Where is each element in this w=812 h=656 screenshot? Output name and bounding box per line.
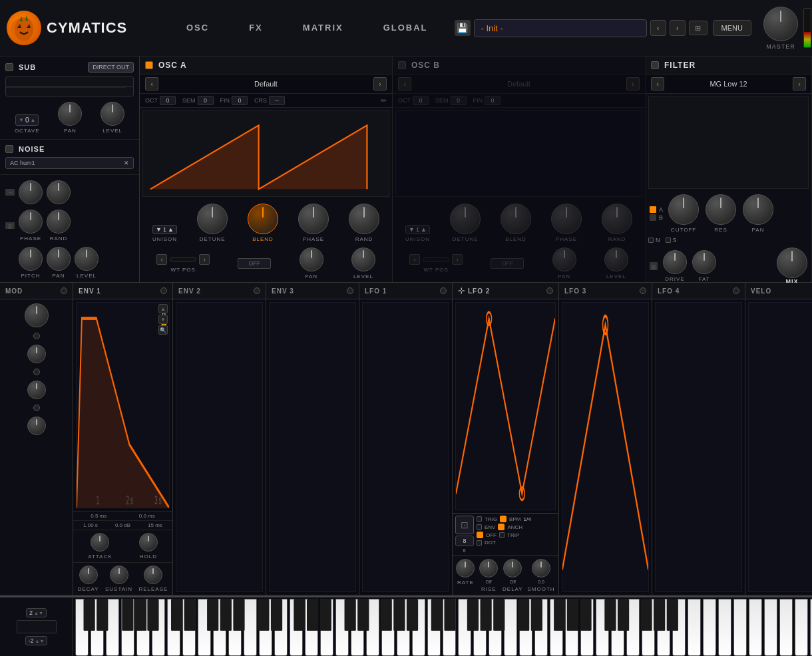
sustain-knob[interactable]	[110, 566, 128, 584]
filter-s-chk[interactable]	[666, 238, 671, 243]
lfo2-pattern-btn[interactable]: ⊡	[455, 516, 474, 534]
pan-knob[interactable]	[47, 247, 71, 271]
preset-dropdown[interactable]: - Init -	[474, 19, 647, 37]
white-key[interactable]	[779, 599, 793, 656]
filter-n-chk[interactable]	[648, 238, 654, 243]
wt-track-b[interactable]	[423, 257, 449, 261]
white-key[interactable]	[335, 599, 349, 656]
mod-arrow-icon[interactable]: →	[5, 189, 15, 196]
osc-a-next[interactable]: ›	[373, 77, 387, 90]
white-key[interactable]	[412, 599, 425, 656]
level-bottom-knob-b[interactable]	[604, 247, 628, 271]
pan-bottom-knob-b[interactable]	[552, 247, 576, 271]
release-knob[interactable]	[144, 566, 162, 584]
octave-down[interactable]: ▼	[19, 117, 24, 123]
filter-led[interactable]	[651, 61, 659, 69]
white-key[interactable]	[688, 599, 701, 656]
scroll-up[interactable]: ▲	[158, 304, 168, 313]
blend-knob-b[interactable]	[501, 204, 531, 234]
save-icon[interactable]: 💾	[455, 20, 471, 36]
master-knob[interactable]	[763, 7, 798, 41]
white-key[interactable]	[290, 599, 303, 656]
white-key[interactable]	[703, 599, 716, 656]
sub-led[interactable]	[5, 63, 13, 71]
grid-val[interactable]: 8	[455, 536, 474, 546]
filter-a-btn[interactable]: A	[650, 206, 663, 213]
white-key[interactable]	[75, 599, 89, 656]
octave-up[interactable]: ▲	[31, 117, 36, 123]
mod-knob-c[interactable]	[27, 381, 46, 399]
rand-knob-b[interactable]	[602, 204, 632, 234]
white-key[interactable]	[764, 599, 777, 656]
sub-level-knob[interactable]	[101, 102, 124, 126]
mix-knob[interactable]	[777, 247, 807, 278]
filter-n-option[interactable]: N	[648, 237, 660, 244]
white-key[interactable]	[443, 599, 456, 656]
unison-ctrl-b[interactable]: ▼ 1 ▲	[405, 225, 430, 234]
white-key[interactable]	[580, 599, 594, 656]
white-key[interactable]	[397, 599, 410, 656]
smooth-knob[interactable]	[532, 559, 550, 577]
wt-track-a[interactable]	[170, 257, 196, 261]
white-key[interactable]	[565, 599, 578, 656]
white-key[interactable]	[136, 599, 150, 656]
blend-knob-a[interactable]	[248, 204, 278, 234]
move-icon[interactable]: ⊹	[458, 286, 465, 295]
mod-bars-icon[interactable]: |||	[5, 222, 15, 229]
white-key[interactable]	[657, 599, 670, 656]
osc-a-edit-icon[interactable]: ✏	[381, 96, 387, 105]
sub-pan-knob[interactable]	[58, 102, 82, 126]
white-key[interactable]	[366, 599, 379, 656]
osc-b-next[interactable]: ›	[626, 77, 640, 90]
white-key[interactable]	[259, 599, 272, 656]
filter-next[interactable]: ›	[793, 77, 806, 90]
white-key[interactable]	[458, 599, 471, 656]
white-key[interactable]	[274, 599, 288, 656]
sem-val-b[interactable]: 0	[451, 96, 467, 105]
wt-prev-b[interactable]: ‹	[409, 254, 420, 265]
pitch-down-arrows[interactable]: ▲▼	[35, 639, 45, 643]
rise-knob[interactable]	[479, 559, 498, 577]
filter-s-option[interactable]: S	[666, 237, 677, 244]
white-key[interactable]	[795, 599, 808, 656]
phase-knob[interactable]	[19, 210, 43, 234]
preset-grid-icon[interactable]: ⊞	[689, 21, 708, 35]
white-key[interactable]	[213, 599, 226, 656]
filter-bars-icon[interactable]: |||	[650, 262, 658, 270]
tab-matrix[interactable]: MATRIX	[283, 17, 363, 39]
rate-knob[interactable]	[456, 559, 475, 577]
oct-val[interactable]: 0	[160, 96, 176, 105]
decay-knob[interactable]	[79, 566, 98, 584]
delay-knob[interactable]	[503, 559, 522, 577]
white-key[interactable]	[596, 599, 609, 656]
white-key[interactable]	[489, 599, 502, 656]
osc-b-prev[interactable]: ‹	[398, 77, 411, 90]
mod-knob-1[interactable]	[19, 180, 43, 204]
rand-knob[interactable]	[47, 210, 71, 234]
octave-control[interactable]: ▼ 0 ▲	[15, 114, 39, 126]
white-key[interactable]	[611, 599, 624, 656]
pitch-slider[interactable]	[17, 620, 57, 633]
white-key[interactable]	[351, 599, 364, 656]
mod-knob-2[interactable]	[47, 180, 71, 204]
mod-knob-b[interactable]	[27, 345, 46, 363]
scroll-down[interactable]: ▼	[158, 315, 168, 324]
white-key[interactable]	[473, 599, 487, 656]
detune-knob-b[interactable]	[450, 204, 481, 234]
filter-b-btn[interactable]: B	[650, 214, 663, 221]
tab-osc[interactable]: OSC	[166, 17, 229, 39]
zoom-icon[interactable]: 🔍	[158, 325, 168, 335]
white-key[interactable]	[121, 599, 134, 656]
pitch-up-val[interactable]: 2 ▲▼	[26, 608, 47, 617]
white-key[interactable]	[550, 599, 563, 656]
direct-out-button[interactable]: DIRECT OUT	[88, 62, 134, 73]
unison-up-a[interactable]: ▲	[168, 226, 174, 233]
osc-a-led[interactable]	[145, 61, 153, 69]
unison-down-b[interactable]: ▼	[409, 226, 415, 233]
wt-prev-a[interactable]: ‹	[156, 254, 167, 265]
white-key[interactable]	[244, 599, 257, 656]
rand-knob-a[interactable]	[349, 204, 379, 234]
oct-val-b[interactable]: 0	[413, 96, 429, 105]
fin-val-b[interactable]: 0	[485, 96, 501, 105]
osc-a-prev[interactable]: ‹	[145, 77, 158, 90]
